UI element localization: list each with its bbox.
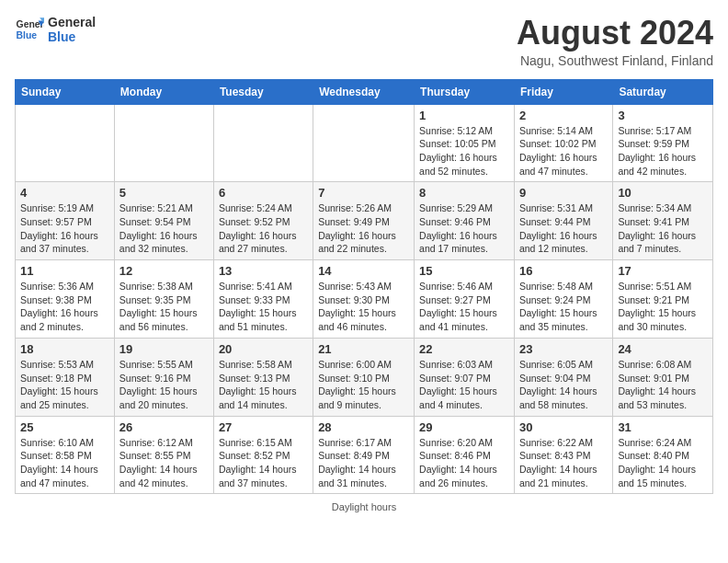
col-header-monday: Monday — [114, 79, 213, 104]
footer-note: Daylight hours — [15, 501, 713, 512]
table-row: 26Sunrise: 6:12 AM Sunset: 8:55 PM Dayli… — [114, 416, 213, 494]
day-info: Sunrise: 6:12 AM Sunset: 8:55 PM Dayligh… — [119, 436, 209, 490]
month-year: August 2024 — [517, 15, 713, 52]
day-number: 16 — [519, 264, 608, 278]
day-info: Sunrise: 5:31 AM Sunset: 9:44 PM Dayligh… — [519, 201, 608, 256]
title-block: August 2024 Nagu, Southwest Finland, Fin… — [517, 15, 713, 68]
logo: General Blue General Blue — [15, 15, 96, 44]
table-row — [114, 104, 213, 182]
day-number: 22 — [419, 342, 509, 356]
table-row: 3Sunrise: 5:17 AM Sunset: 9:59 PM Daylig… — [613, 104, 713, 182]
table-row: 30Sunrise: 6:22 AM Sunset: 8:43 PM Dayli… — [514, 416, 612, 494]
day-number: 3 — [618, 109, 708, 122]
day-number: 24 — [618, 342, 708, 356]
table-row: 15Sunrise: 5:46 AM Sunset: 9:27 PM Dayli… — [415, 260, 515, 339]
table-row: 31Sunrise: 6:24 AM Sunset: 8:40 PM Dayli… — [613, 416, 713, 494]
day-number: 15 — [419, 264, 509, 278]
day-number: 9 — [519, 186, 608, 200]
day-info: Sunrise: 5:17 AM Sunset: 9:59 PM Dayligh… — [618, 124, 708, 178]
day-number: 10 — [618, 186, 708, 200]
day-info: Sunrise: 5:34 AM Sunset: 9:41 PM Dayligh… — [618, 201, 708, 256]
col-header-thursday: Thursday — [415, 79, 515, 104]
day-info: Sunrise: 5:48 AM Sunset: 9:24 PM Dayligh… — [519, 280, 608, 334]
table-row: 25Sunrise: 6:10 AM Sunset: 8:58 PM Dayli… — [16, 416, 115, 494]
day-number: 19 — [119, 342, 209, 356]
day-number: 23 — [519, 342, 608, 356]
day-info: Sunrise: 5:26 AM Sunset: 9:49 PM Dayligh… — [318, 201, 409, 256]
table-row: 23Sunrise: 6:05 AM Sunset: 9:04 PM Dayli… — [514, 338, 612, 416]
day-number: 25 — [20, 420, 109, 434]
day-number: 7 — [318, 186, 409, 200]
table-row: 10Sunrise: 5:34 AM Sunset: 9:41 PM Dayli… — [613, 182, 713, 260]
table-row: 18Sunrise: 5:53 AM Sunset: 9:18 PM Dayli… — [16, 338, 115, 416]
table-row: 20Sunrise: 5:58 AM Sunset: 9:13 PM Dayli… — [213, 338, 313, 416]
location: Nagu, Southwest Finland, Finland — [517, 53, 713, 68]
table-row: 9Sunrise: 5:31 AM Sunset: 9:44 PM Daylig… — [514, 182, 612, 260]
table-row: 24Sunrise: 6:08 AM Sunset: 9:01 PM Dayli… — [613, 338, 713, 416]
day-info: Sunrise: 6:20 AM Sunset: 8:46 PM Dayligh… — [419, 436, 509, 490]
day-info: Sunrise: 5:51 AM Sunset: 9:21 PM Dayligh… — [618, 280, 708, 334]
table-row — [313, 104, 415, 182]
day-number: 28 — [318, 420, 409, 434]
day-info: Sunrise: 5:58 AM Sunset: 9:13 PM Dayligh… — [219, 358, 308, 412]
col-header-sunday: Sunday — [16, 79, 115, 104]
table-row: 17Sunrise: 5:51 AM Sunset: 9:21 PM Dayli… — [613, 260, 713, 339]
table-row: 28Sunrise: 6:17 AM Sunset: 8:49 PM Dayli… — [313, 416, 415, 494]
day-number: 8 — [419, 186, 509, 200]
day-number: 29 — [419, 420, 509, 434]
day-info: Sunrise: 5:12 AM Sunset: 10:05 PM Daylig… — [419, 124, 509, 178]
day-number: 27 — [219, 420, 308, 434]
day-info: Sunrise: 6:10 AM Sunset: 8:58 PM Dayligh… — [20, 436, 109, 490]
day-info: Sunrise: 6:00 AM Sunset: 9:10 PM Dayligh… — [318, 358, 409, 412]
table-row: 4Sunrise: 5:19 AM Sunset: 9:57 PM Daylig… — [16, 182, 115, 260]
day-number: 18 — [20, 342, 109, 356]
table-row — [16, 104, 115, 182]
day-number: 17 — [618, 264, 708, 278]
table-row: 19Sunrise: 5:55 AM Sunset: 9:16 PM Dayli… — [114, 338, 213, 416]
day-info: Sunrise: 5:21 AM Sunset: 9:54 PM Dayligh… — [119, 201, 209, 256]
col-header-friday: Friday — [514, 79, 612, 104]
day-number: 30 — [519, 420, 608, 434]
logo-blue-text: Blue — [48, 29, 96, 44]
table-row: 2Sunrise: 5:14 AM Sunset: 10:02 PM Dayli… — [514, 104, 612, 182]
day-info: Sunrise: 6:24 AM Sunset: 8:40 PM Dayligh… — [618, 436, 708, 490]
daylight-label: Daylight hours — [332, 501, 396, 512]
day-info: Sunrise: 5:38 AM Sunset: 9:35 PM Dayligh… — [119, 280, 209, 334]
table-row: 11Sunrise: 5:36 AM Sunset: 9:38 PM Dayli… — [16, 260, 115, 339]
table-row — [213, 104, 313, 182]
day-number: 12 — [119, 264, 209, 278]
day-info: Sunrise: 6:17 AM Sunset: 8:49 PM Dayligh… — [318, 436, 409, 490]
table-row: 29Sunrise: 6:20 AM Sunset: 8:46 PM Dayli… — [415, 416, 515, 494]
table-row: 7Sunrise: 5:26 AM Sunset: 9:49 PM Daylig… — [313, 182, 415, 260]
table-row: 6Sunrise: 5:24 AM Sunset: 9:52 PM Daylig… — [213, 182, 313, 260]
day-number: 4 — [20, 186, 109, 200]
day-info: Sunrise: 5:53 AM Sunset: 9:18 PM Dayligh… — [20, 358, 109, 412]
day-info: Sunrise: 5:46 AM Sunset: 9:27 PM Dayligh… — [419, 280, 509, 334]
table-row: 21Sunrise: 6:00 AM Sunset: 9:10 PM Dayli… — [313, 338, 415, 416]
logo-general-text: General — [48, 15, 96, 29]
day-number: 14 — [318, 264, 409, 278]
col-header-wednesday: Wednesday — [313, 79, 415, 104]
day-number: 13 — [219, 264, 308, 278]
table-row: 13Sunrise: 5:41 AM Sunset: 9:33 PM Dayli… — [213, 260, 313, 339]
day-info: Sunrise: 5:24 AM Sunset: 9:52 PM Dayligh… — [219, 201, 308, 256]
table-row: 22Sunrise: 6:03 AM Sunset: 9:07 PM Dayli… — [415, 338, 515, 416]
table-row: 27Sunrise: 6:15 AM Sunset: 8:52 PM Dayli… — [213, 416, 313, 494]
day-info: Sunrise: 5:19 AM Sunset: 9:57 PM Dayligh… — [20, 201, 109, 256]
day-info: Sunrise: 5:29 AM Sunset: 9:46 PM Dayligh… — [419, 201, 509, 256]
day-number: 20 — [219, 342, 308, 356]
day-info: Sunrise: 5:43 AM Sunset: 9:30 PM Dayligh… — [318, 280, 409, 334]
day-info: Sunrise: 6:03 AM Sunset: 9:07 PM Dayligh… — [419, 358, 509, 412]
table-row: 1Sunrise: 5:12 AM Sunset: 10:05 PM Dayli… — [415, 104, 515, 182]
col-header-saturday: Saturday — [613, 79, 713, 104]
table-row: 16Sunrise: 5:48 AM Sunset: 9:24 PM Dayli… — [514, 260, 612, 339]
day-number: 2 — [519, 109, 608, 122]
day-info: Sunrise: 6:22 AM Sunset: 8:43 PM Dayligh… — [519, 436, 608, 490]
table-row: 14Sunrise: 5:43 AM Sunset: 9:30 PM Dayli… — [313, 260, 415, 339]
day-info: Sunrise: 5:14 AM Sunset: 10:02 PM Daylig… — [519, 124, 608, 178]
day-number: 31 — [618, 420, 708, 434]
day-number: 26 — [119, 420, 209, 434]
day-info: Sunrise: 5:55 AM Sunset: 9:16 PM Dayligh… — [119, 358, 209, 412]
day-number: 1 — [419, 109, 509, 122]
calendar-table: SundayMondayTuesdayWednesdayThursdayFrid… — [15, 79, 713, 495]
